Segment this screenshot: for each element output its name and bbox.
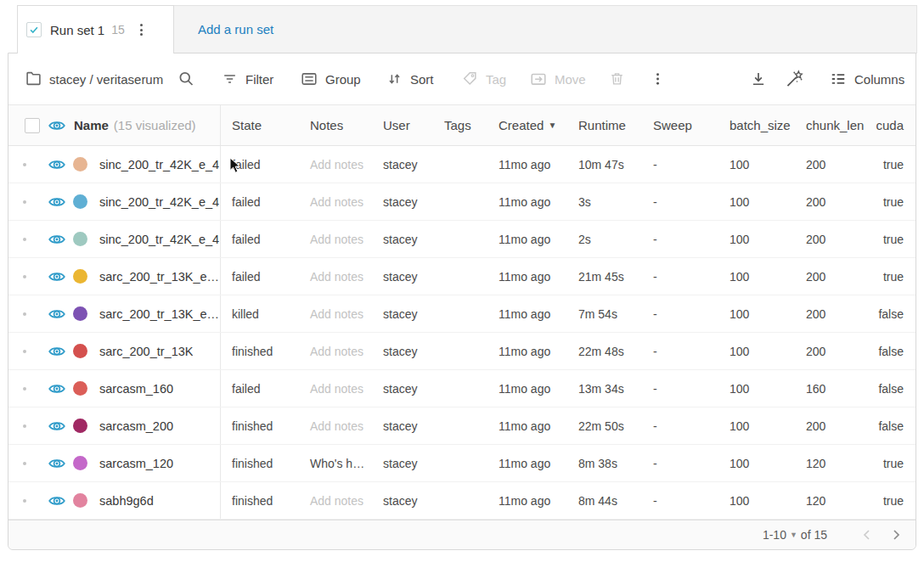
run-color-dot[interactable]: [73, 456, 87, 470]
run-name-cell[interactable]: sarcasm_120: [8, 445, 221, 481]
header-runtime[interactable]: Runtime: [567, 105, 642, 145]
run-notes[interactable]: Add notes: [299, 146, 372, 183]
run-color-dot[interactable]: [73, 493, 87, 508]
run-notes[interactable]: Add notes: [299, 482, 372, 519]
table-row[interactable]: sinc_200_tr_42K_e_4 failed Add notes sta…: [8, 183, 916, 221]
run-name-cell[interactable]: sinc_200_tr_42K_e_4: [8, 146, 221, 183]
table-row[interactable]: sarc_200_tr_13K_e_4 killed Add notes sta…: [8, 295, 916, 333]
header-cuda[interactable]: cuda: [868, 105, 916, 145]
add-run-set-link[interactable]: Add a run set: [198, 22, 273, 37]
table-row[interactable]: sarc_200_tr_13K_e_4 failed Add notes sta…: [8, 258, 916, 295]
export-button[interactable]: [750, 70, 767, 87]
next-page-chevron-icon[interactable]: [888, 527, 904, 542]
header-sweep[interactable]: Sweep: [642, 105, 718, 145]
run-name[interactable]: sarc_200_tr_13K: [99, 345, 193, 358]
run-color-dot[interactable]: [73, 306, 87, 321]
run-name[interactable]: sinc_200_tr_42K_e_4: [99, 158, 219, 171]
header-user[interactable]: User: [372, 105, 433, 145]
run-name[interactable]: sinc_200_tr_42K_e_4: [99, 233, 219, 246]
header-name[interactable]: Name (15 visualized): [8, 105, 221, 145]
table-row[interactable]: sinc_200_tr_42K_e_4 failed Add notes sta…: [8, 146, 916, 183]
visibility-eye-icon[interactable]: [48, 116, 66, 135]
run-visibility-eye-icon[interactable]: [48, 379, 66, 398]
columns-button[interactable]: Columns: [830, 70, 904, 87]
table-row[interactable]: sabh9g6d finished Add notes stacey 11mo …: [8, 482, 916, 520]
toolbar-overflow-button[interactable]: [650, 71, 666, 87]
drag-handle-dot[interactable]: [23, 312, 26, 316]
drag-handle-dot[interactable]: [23, 200, 26, 204]
drag-handle-dot[interactable]: [23, 499, 26, 503]
run-notes[interactable]: Add notes: [299, 183, 372, 220]
run-notes[interactable]: Add notes: [299, 295, 372, 332]
run-name[interactable]: sinc_200_tr_42K_e_4: [99, 195, 219, 209]
run-name-cell[interactable]: sinc_200_tr_42K_e_4: [8, 183, 221, 220]
group-button[interactable]: Group: [301, 70, 361, 87]
run-notes[interactable]: Who's h…: [299, 445, 372, 481]
run-name-cell[interactable]: sabh9g6d: [8, 482, 221, 519]
select-all-checkbox[interactable]: [25, 118, 40, 133]
run-color-dot[interactable]: [73, 157, 87, 171]
run-notes[interactable]: Add notes: [299, 333, 372, 369]
tab-overflow-menu-icon[interactable]: [140, 24, 143, 36]
drag-handle-dot[interactable]: [23, 350, 26, 353]
table-row[interactable]: sinc_200_tr_42K_e_4 failed Add notes sta…: [8, 221, 916, 258]
project-breadcrumb[interactable]: stacey / veritaserum: [25, 71, 163, 87]
run-name[interactable]: sarc_200_tr_13K_e_4: [99, 307, 220, 321]
run-name[interactable]: sarcasm_200: [99, 419, 173, 433]
header-created[interactable]: Created ▼: [487, 105, 567, 145]
run-visibility-eye-icon[interactable]: [48, 155, 66, 174]
run-visibility-eye-icon[interactable]: [48, 417, 66, 436]
run-color-dot[interactable]: [73, 269, 87, 284]
sort-button[interactable]: Sort: [386, 71, 434, 87]
run-name-cell[interactable]: sinc_200_tr_42K_e_4: [8, 221, 221, 257]
run-color-dot[interactable]: [73, 194, 87, 209]
run-color-dot[interactable]: [73, 232, 87, 246]
run-color-dot[interactable]: [73, 381, 87, 396]
table-row[interactable]: sarcasm_160 failed Add notes stacey 11mo…: [8, 370, 916, 407]
tag-button[interactable]: Tag: [462, 71, 506, 87]
run-set-checkbox[interactable]: [26, 22, 42, 37]
run-notes[interactable]: Add notes: [299, 407, 372, 444]
previous-page-chevron-icon[interactable]: [859, 527, 875, 542]
header-state[interactable]: State: [221, 105, 299, 145]
run-visibility-eye-icon[interactable]: [48, 342, 66, 361]
delete-button[interactable]: [609, 71, 625, 87]
run-name-cell[interactable]: sarc_200_tr_13K: [8, 333, 221, 369]
run-notes[interactable]: Add notes: [299, 221, 372, 257]
drag-handle-dot[interactable]: [23, 275, 26, 278]
run-name-cell[interactable]: sarc_200_tr_13K_e_4: [8, 295, 221, 332]
run-visibility-eye-icon[interactable]: [48, 492, 66, 510]
filter-button[interactable]: Filter: [222, 71, 273, 87]
header-notes[interactable]: Notes: [299, 105, 372, 145]
run-name[interactable]: sarcasm_160: [99, 382, 173, 396]
run-name-cell[interactable]: sarcasm_160: [8, 370, 221, 407]
table-row[interactable]: sarc_200_tr_13K finished Add notes stace…: [8, 333, 916, 370]
run-name[interactable]: sarc_200_tr_13K_e_4: [99, 270, 220, 284]
run-name[interactable]: sarcasm_120: [99, 457, 173, 470]
run-notes[interactable]: Add notes: [299, 370, 372, 407]
run-name-cell[interactable]: sarcasm_200: [8, 407, 221, 444]
table-row[interactable]: sarcasm_120 finished Who's h… stacey 11m…: [8, 445, 916, 482]
page-range-selector[interactable]: 1-10 ▼ of 15: [763, 528, 827, 542]
run-name[interactable]: sabh9g6d: [99, 494, 154, 508]
table-row[interactable]: sarcasm_200 finished Add notes stacey 11…: [8, 407, 916, 445]
drag-handle-dot[interactable]: [23, 163, 26, 166]
run-visibility-eye-icon[interactable]: [48, 305, 66, 323]
run-name-cell[interactable]: sarc_200_tr_13K_e_4: [8, 258, 221, 295]
tab-run-set-1[interactable]: Run set 1 15: [17, 5, 174, 53]
header-tags[interactable]: Tags: [433, 105, 487, 145]
run-visibility-eye-icon[interactable]: [48, 230, 66, 249]
drag-handle-dot[interactable]: [23, 238, 26, 241]
move-button[interactable]: Move: [530, 70, 586, 87]
run-visibility-eye-icon[interactable]: [48, 267, 66, 286]
drag-handle-dot[interactable]: [23, 424, 26, 428]
run-color-dot[interactable]: [73, 344, 87, 358]
run-visibility-eye-icon[interactable]: [48, 193, 66, 211]
magic-wand-button[interactable]: [785, 70, 804, 89]
run-color-dot[interactable]: [73, 419, 87, 433]
drag-handle-dot[interactable]: [23, 387, 26, 391]
run-visibility-eye-icon[interactable]: [48, 454, 66, 473]
header-chunk-len[interactable]: chunk_len: [795, 105, 868, 145]
drag-handle-dot[interactable]: [23, 462, 26, 465]
run-notes[interactable]: Add notes: [299, 258, 372, 295]
